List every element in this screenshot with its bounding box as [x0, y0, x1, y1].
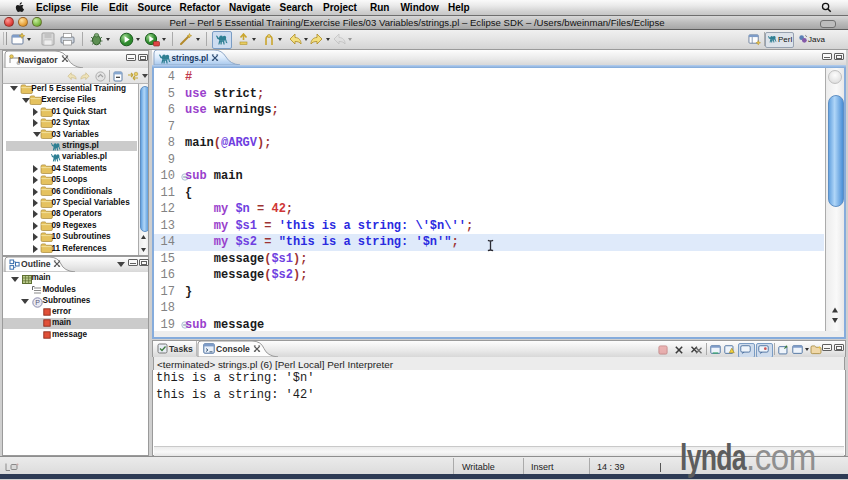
svg-text:P: P — [35, 299, 40, 306]
